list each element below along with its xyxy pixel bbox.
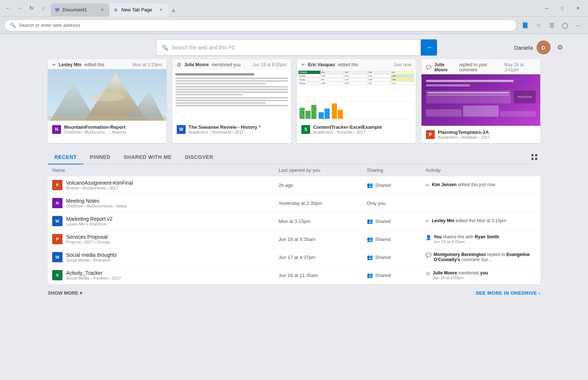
card-user-4: Julie Moore bbox=[434, 62, 456, 72]
sharing-cell-4: 👥 Shared bbox=[367, 236, 426, 242]
home-button[interactable]: ⌂ bbox=[38, 3, 49, 13]
word-line bbox=[175, 78, 288, 79]
see-more-onedrive-button[interactable]: SEE MORE IN ONEDRIVE › bbox=[476, 290, 540, 296]
doc-card-mountain[interactable]: ✏ Lesley Min edited this Mon at 3:15pm bbox=[48, 59, 166, 143]
card-info-2: The Sewanee Review - History ᵛ Academics… bbox=[189, 124, 261, 134]
tab-favicon-word: W bbox=[55, 7, 60, 13]
back-button[interactable]: ← bbox=[3, 3, 13, 13]
files-footer: SHOW MORE ▾ SEE MORE IN ONEDRIVE › bbox=[0, 284, 588, 299]
search-bar-icon: 🔍 bbox=[162, 45, 168, 50]
settings-button[interactable]: ⚙ bbox=[554, 42, 566, 53]
card-path-3: Academics › Template › 2017 bbox=[313, 130, 382, 134]
address-text: Search or enter web address bbox=[19, 22, 80, 28]
ppt-inner: PROCESS bbox=[422, 74, 540, 126]
activity-strong-4a: You bbox=[434, 234, 442, 239]
file-info-6: Activity_Tracker Social Media › Trackers… bbox=[66, 270, 121, 280]
window-controls: — □ ✕ bbox=[539, 3, 585, 14]
tab-pinned[interactable]: PINNED bbox=[83, 150, 117, 164]
sharing-cell-1: 👥 Shared bbox=[367, 182, 426, 188]
doc-card-ppt[interactable]: 💬 Julie Moore replied to your comment Ma… bbox=[422, 59, 540, 143]
new-tab-button[interactable]: + bbox=[168, 6, 179, 17]
card-action-1: edited this bbox=[84, 62, 104, 67]
sharing-text-5: Shared bbox=[375, 255, 391, 260]
file-name-cell-6: X Activity_Tracker Social Media › Tracke… bbox=[52, 270, 279, 280]
tab-discover[interactable]: DISCOVER bbox=[178, 150, 220, 164]
activity-cell-4: 👤 You shared this with Ryan Smith Jun 18… bbox=[426, 234, 536, 244]
page-content: 🔍 Search the web and this PC → Daniela D… bbox=[0, 34, 588, 299]
card-path-1: OneDrive › MyDocume... › Reports bbox=[64, 130, 126, 134]
svg-rect-5 bbox=[48, 116, 166, 121]
activity-icon-5: 💬 bbox=[426, 252, 431, 258]
excel-label: X bbox=[304, 127, 307, 132]
card-edit-icon-3: ✏ bbox=[301, 62, 305, 67]
tab-new-tab[interactable]: ⊕ New Tab Page ✕ bbox=[110, 3, 168, 17]
file-last-opened-3: Mon at 3:15pm bbox=[279, 219, 367, 224]
word-line bbox=[175, 100, 288, 101]
ppt-preview: PROCESS bbox=[422, 74, 540, 126]
file-row-2[interactable]: N Meeting Notes OneDrive › MyDocuments ›… bbox=[48, 194, 540, 212]
tab-recent[interactable]: RECENT bbox=[48, 150, 83, 164]
card-time-1: Mon at 3:15pm bbox=[133, 62, 162, 67]
file-last-opened-5: Jun 17 at 4:37pm bbox=[279, 255, 367, 260]
show-more-chevron: ▾ bbox=[80, 290, 82, 296]
activity-strong-4b: Ryan Smith bbox=[475, 234, 499, 239]
forward-button[interactable]: → bbox=[15, 3, 25, 13]
address-bar[interactable]: 🔍 Search or enter web address bbox=[4, 19, 517, 31]
card-header-4: 💬 Julie Moore replied to your comment Ma… bbox=[422, 59, 540, 74]
grid-toggle-button[interactable] bbox=[528, 151, 540, 163]
search-input[interactable]: Search the web and this PC bbox=[172, 45, 415, 50]
doc-card-sewanee[interactable]: @ Julie Moore mentioned you Jun 18 at 6:… bbox=[172, 59, 291, 143]
show-more-button[interactable]: SHOW MORE ▾ bbox=[48, 290, 82, 296]
card-app-icon-word: W bbox=[177, 125, 186, 134]
file-row-1[interactable]: P VolcanoAssignment-KimFinal Shared › As… bbox=[48, 176, 540, 194]
address-bar-row: 🔍 Search or enter web address 📘 ☆ ☰ ◯ ⋯ bbox=[0, 17, 588, 34]
file-row-3[interactable]: W Marketing Report v2 Lesley Min's OneDr… bbox=[48, 212, 540, 230]
tab-shared[interactable]: SHARED WITH ME bbox=[117, 150, 178, 164]
ppt-line bbox=[426, 80, 514, 82]
search-bar[interactable]: 🔍 Search the web and this PC bbox=[156, 39, 421, 56]
tab-close-new-tab[interactable]: ✕ bbox=[158, 7, 164, 13]
favorites-button[interactable]: ☆ bbox=[533, 20, 544, 31]
word-line bbox=[175, 73, 254, 75]
activity-cell-1: ✏ Kim Jensen edited this just now bbox=[426, 182, 536, 188]
user-name: Daniela bbox=[514, 45, 533, 51]
excel-preview: Category 2014 2015 2016 2017 Research 1,… bbox=[297, 69, 416, 121]
activity-icon-3: ✏ bbox=[426, 219, 430, 224]
doc-card-excel[interactable]: ✏ Eric Vasquez edited this Just now Cate… bbox=[297, 59, 416, 143]
file-name-cell-4: P Services Proposal Projects › 2017 › Gr… bbox=[52, 234, 279, 244]
file-row-5[interactable]: W Social media thoughts Social Media › R… bbox=[48, 248, 540, 266]
word-line bbox=[175, 89, 288, 90]
col-sharing: Sharing bbox=[367, 167, 426, 173]
word-line bbox=[175, 97, 288, 99]
close-button[interactable]: ✕ bbox=[570, 3, 585, 14]
file-icon-label-4: P bbox=[56, 237, 58, 241]
sharing-cell-2: Only you bbox=[367, 200, 426, 206]
hub-button[interactable]: ☰ bbox=[546, 20, 557, 31]
file-info-4: Services Proposal Projects › 2017 › Grou… bbox=[66, 234, 110, 244]
more-button[interactable]: ⋯ bbox=[573, 20, 584, 31]
word-line bbox=[175, 91, 288, 93]
tab-document1[interactable]: W Document1 ✕ bbox=[51, 3, 110, 17]
svg-rect-9 bbox=[535, 158, 537, 160]
file-icon-label-1: P bbox=[56, 183, 58, 187]
user-avatar[interactable]: D bbox=[537, 40, 551, 54]
tab-close-document1[interactable]: ✕ bbox=[99, 7, 105, 13]
card-path-2: Academics › Homework › 2017 bbox=[189, 130, 261, 134]
refresh-button[interactable]: ↻ bbox=[26, 3, 37, 13]
file-row-4[interactable]: P Services Proposal Projects › 2017 › Gr… bbox=[48, 230, 540, 248]
file-subtitle-1: Shared › Assignemnts › 2017 bbox=[66, 186, 133, 190]
cortana-button[interactable]: ◯ bbox=[559, 20, 570, 31]
browser-nav-controls: ← → ↻ ⌂ bbox=[3, 3, 49, 13]
sharing-text-4: Shared bbox=[375, 237, 391, 242]
sharing-icon-5: 👥 bbox=[367, 254, 373, 260]
sharing-text-1: Shared bbox=[375, 182, 391, 188]
card-footer-4: P PlanningTemplates-2A Academics › Templ… bbox=[422, 126, 540, 143]
reader-view-button[interactable]: 📘 bbox=[520, 20, 531, 31]
file-icon-label-6: X bbox=[56, 273, 58, 277]
search-go-button[interactable]: → bbox=[421, 39, 437, 56]
maximize-button[interactable]: □ bbox=[555, 3, 570, 14]
search-bar-wrapper: 🔍 Search the web and this PC → bbox=[156, 39, 432, 56]
file-row-6[interactable]: X Activity_Tracker Social Media › Tracke… bbox=[48, 266, 540, 284]
col-activity: Activity bbox=[426, 167, 536, 173]
minimize-button[interactable]: — bbox=[539, 3, 554, 14]
